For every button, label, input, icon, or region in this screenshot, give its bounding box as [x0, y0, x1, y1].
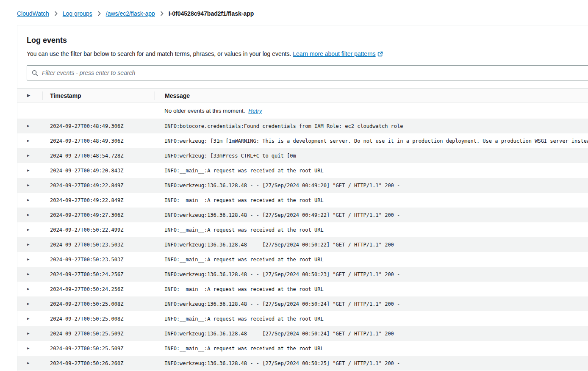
expand-row-caret-icon[interactable]: ▶: [27, 169, 29, 172]
log-timestamp-cell: 2024-09-27T00:50:26.260Z: [42, 360, 154, 366]
expand-cell[interactable]: ▶: [17, 346, 42, 350]
expand-row-caret-icon[interactable]: ▶: [27, 287, 29, 291]
retry-link[interactable]: Retry: [248, 108, 262, 114]
log-timestamp-cell: 2024-09-27T00:50:23.503Z: [42, 242, 154, 248]
log-timestamp-cell: 2024-09-27T00:50:25.509Z: [42, 346, 154, 352]
log-message-cell: INFO:werkzeug:136.36.128.48 - - [27/Sep/…: [155, 183, 588, 188]
log-message-cell: INFO:__main__:A request was received at …: [155, 257, 588, 263]
log-event-row[interactable]: ▶ 2024-09-27T00:49:22.849Z INFO:__main__…: [17, 193, 588, 208]
chevron-right-icon: [159, 11, 165, 17]
expand-cell[interactable]: ▶: [17, 257, 42, 261]
log-event-row[interactable]: ▶ 2024-09-27T00:50:25.509Z INFO:__main__…: [17, 341, 588, 356]
log-event-row[interactable]: ▶ 2024-09-27T00:50:25.008Z INFO:werkzeug…: [17, 296, 588, 311]
breadcrumb-cloudwatch-link[interactable]: CloudWatch: [17, 10, 49, 17]
log-timestamp-cell: 2024-09-27T00:50:23.503Z: [42, 257, 154, 263]
expand-cell[interactable]: ▶: [17, 228, 42, 232]
expand-row-caret-icon[interactable]: ▶: [27, 228, 29, 232]
expand-row-caret-icon[interactable]: ▶: [27, 317, 29, 321]
log-message-cell: INFO:werkzeug: [31m [1mWARNING: This is …: [155, 138, 588, 144]
log-event-row[interactable]: ▶ 2024-09-27T00:48:49.306Z INFO:werkzeug…: [17, 133, 588, 148]
timestamp-column-header[interactable]: Timestamp: [43, 92, 155, 99]
log-message-cell: INFO:__main__:A request was received at …: [155, 316, 588, 322]
log-message-cell: INFO:werkzeug:136.36.128.48 - - [27/Sep/…: [155, 331, 588, 337]
expand-row-caret-icon[interactable]: ▶: [27, 346, 29, 350]
log-timestamp-cell: 2024-09-27T00:50:25.008Z: [42, 316, 154, 322]
log-message-cell: INFO:__main__:A request was received at …: [155, 227, 588, 233]
log-rows-container: ▶ 2024-09-27T00:48:49.306Z INFO:botocore…: [17, 119, 588, 371]
expand-row-caret-icon[interactable]: ▶: [27, 361, 29, 365]
expand-row-caret-icon[interactable]: ▶: [27, 257, 29, 261]
expand-cell[interactable]: ▶: [17, 317, 42, 321]
expand-cell[interactable]: ▶: [17, 332, 42, 335]
log-event-row[interactable]: ▶ 2024-09-27T00:48:54.728Z INFO:werkzeug…: [17, 148, 588, 163]
log-message-cell: INFO:werkzeug: [33mPress CTRL+C to quit …: [155, 153, 588, 159]
expand-row-caret-icon[interactable]: ▶: [27, 332, 29, 335]
log-timestamp-cell: 2024-09-27T00:49:22.849Z: [42, 183, 154, 188]
no-older-events-row: No older events at this moment. Retry: [17, 103, 588, 119]
expand-row-caret-icon[interactable]: ▶: [27, 272, 29, 276]
log-message-cell: INFO:werkzeug:136.36.128.48 - - [27/Sep/…: [155, 301, 588, 307]
log-message-cell: INFO:werkzeug:136.36.128.48 - - [27/Sep/…: [155, 360, 588, 366]
log-message-cell: INFO:werkzeug:136.36.128.48 - - [27/Sep/…: [155, 212, 588, 218]
no-older-events-text: No older events at this moment.: [164, 108, 245, 114]
expand-row-caret-icon[interactable]: ▶: [27, 124, 29, 128]
breadcrumb-log-groups-link[interactable]: Log groups: [63, 10, 92, 17]
expand-row-caret-icon[interactable]: ▶: [27, 139, 29, 143]
log-event-row[interactable]: ▶ 2024-09-27T00:48:49.306Z INFO:botocore…: [17, 119, 588, 133]
expand-cell[interactable]: ▶: [17, 198, 42, 202]
expand-cell[interactable]: ▶: [17, 169, 42, 172]
expand-row-caret-icon[interactable]: ▶: [27, 213, 29, 217]
table-header-row: ▶ Timestamp Message: [17, 88, 588, 103]
log-event-row[interactable]: ▶ 2024-09-27T00:50:23.503Z INFO:werkzeug…: [17, 237, 588, 252]
external-link-icon: [377, 50, 383, 59]
expand-row-caret-icon[interactable]: ▶: [27, 183, 29, 187]
log-timestamp-cell: 2024-09-27T00:48:49.306Z: [42, 123, 154, 129]
log-timestamp-cell: 2024-09-27T00:50:25.509Z: [42, 331, 154, 337]
log-message-cell: INFO:werkzeug:136.36.128.48 - - [27/Sep/…: [155, 271, 588, 277]
log-event-row[interactable]: ▶ 2024-09-27T00:50:23.503Z INFO:__main__…: [17, 252, 588, 267]
expand-cell[interactable]: ▶: [17, 139, 42, 143]
expand-row-caret-icon[interactable]: ▶: [27, 302, 29, 306]
log-event-row[interactable]: ▶ 2024-09-27T00:50:24.256Z INFO:__main__…: [17, 282, 588, 296]
learn-more-label: Learn more about filter patterns: [293, 50, 375, 57]
log-event-row[interactable]: ▶ 2024-09-27T00:50:22.499Z INFO:__main__…: [17, 222, 588, 237]
description-text: You can use the filter bar below to sear…: [27, 50, 291, 57]
expand-row-caret-icon[interactable]: ▶: [27, 243, 29, 246]
log-event-row[interactable]: ▶ 2024-09-27T00:50:25.008Z INFO:__main__…: [17, 311, 588, 326]
log-timestamp-cell: 2024-09-27T00:49:20.843Z: [42, 168, 154, 174]
panel-description: You can use the filter bar below to sear…: [27, 50, 588, 59]
log-message-cell: INFO:botocore.credentials:Found credenti…: [155, 123, 588, 129]
expand-cell[interactable]: ▶: [17, 124, 42, 128]
log-message-cell: INFO:__main__:A request was received at …: [155, 168, 588, 174]
expand-all-caret-icon[interactable]: ▶: [27, 94, 30, 97]
expand-cell[interactable]: ▶: [17, 272, 42, 276]
log-event-row[interactable]: ▶ 2024-09-27T00:49:27.306Z INFO:werkzeug…: [17, 208, 588, 222]
expand-all-header-cell[interactable]: ▶: [17, 94, 42, 97]
expand-cell[interactable]: ▶: [17, 154, 42, 158]
log-message-cell: INFO:werkzeug:136.36.128.48 - - [27/Sep/…: [155, 242, 588, 248]
filter-events-input[interactable]: [42, 66, 588, 80]
breadcrumb-log-group-link[interactable]: /aws/ec2/flask-app: [106, 10, 155, 17]
filter-events-searchbar[interactable]: [27, 65, 588, 80]
log-timestamp-cell: 2024-09-27T00:48:49.306Z: [42, 138, 154, 144]
expand-cell[interactable]: ▶: [17, 361, 42, 365]
learn-more-link[interactable]: Learn more about filter patterns: [293, 50, 383, 57]
expand-row-caret-icon[interactable]: ▶: [27, 154, 29, 158]
expand-row-caret-icon[interactable]: ▶: [27, 198, 29, 202]
log-events-panel: Log events You can use the filter bar be…: [17, 25, 588, 371]
message-column-header[interactable]: Message: [155, 92, 588, 99]
log-event-row[interactable]: ▶ 2024-09-27T00:50:26.260Z INFO:werkzeug…: [17, 356, 588, 371]
expand-cell[interactable]: ▶: [17, 183, 42, 187]
log-timestamp-cell: 2024-09-27T00:50:25.008Z: [42, 301, 154, 307]
log-message-cell: INFO:__main__:A request was received at …: [155, 286, 588, 292]
expand-cell[interactable]: ▶: [17, 287, 42, 291]
log-event-row[interactable]: ▶ 2024-09-27T00:49:20.843Z INFO:__main__…: [17, 163, 588, 178]
log-timestamp-cell: 2024-09-27T00:49:22.849Z: [42, 197, 154, 203]
expand-cell[interactable]: ▶: [17, 243, 42, 246]
expand-cell[interactable]: ▶: [17, 213, 42, 217]
breadcrumb-current-stream: i-0f04528c947bad2f1/flask-app: [169, 10, 254, 17]
log-event-row[interactable]: ▶ 2024-09-27T00:50:25.509Z INFO:werkzeug…: [17, 326, 588, 341]
log-event-row[interactable]: ▶ 2024-09-27T00:50:24.256Z INFO:werkzeug…: [17, 267, 588, 282]
expand-cell[interactable]: ▶: [17, 302, 42, 306]
log-event-row[interactable]: ▶ 2024-09-27T00:49:22.849Z INFO:werkzeug…: [17, 178, 588, 193]
